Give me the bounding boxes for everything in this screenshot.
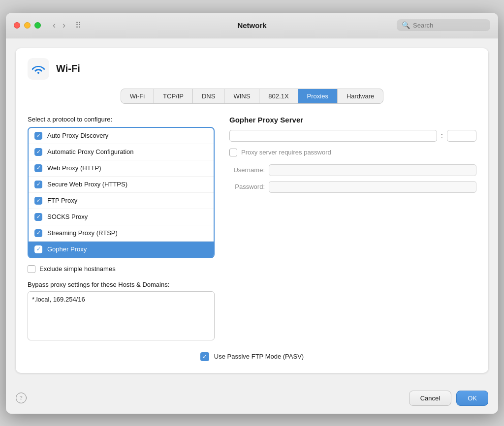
checkbox-rtsp[interactable]: ✓ [34, 229, 42, 237]
checkmark-icon: ✓ [36, 230, 41, 236]
checkbox-socks[interactable]: ✓ [34, 213, 42, 221]
protocol-item-https[interactable]: ✓ Secure Web Proxy (HTTPS) [29, 177, 214, 193]
password-field-input[interactable] [269, 181, 476, 193]
tab-wifi[interactable]: Wi-Fi [121, 89, 154, 103]
checkbox-ftp[interactable]: ✓ [34, 197, 42, 205]
section-label: Select a protocol to configure: [28, 116, 215, 123]
checkmark-icon: ✓ [36, 133, 41, 138]
tab-proxies[interactable]: Proxies [298, 89, 338, 103]
protocol-label: SOCKS Proxy [47, 213, 88, 220]
checkbox-auto-proxy[interactable]: ✓ [34, 132, 42, 140]
traffic-lights [14, 22, 41, 29]
tab-tcpip[interactable]: TCP/IP [154, 89, 193, 103]
checkmark-icon: ✓ [36, 149, 41, 154]
protocol-item-gopher[interactable]: ✓ Gopher Proxy [29, 242, 214, 257]
protocol-label: Web Proxy (HTTP) [47, 164, 101, 172]
gopher-proxy-title: Gopher Proxy Server [229, 116, 476, 124]
exclude-checkbox[interactable] [28, 265, 35, 273]
search-icon: 🔍 [402, 21, 410, 29]
ok-button[interactable]: OK [456, 391, 488, 406]
exclude-row: Exclude simple hostnames [28, 265, 215, 273]
protocol-item-ftp[interactable]: ✓ FTP Proxy [29, 193, 214, 209]
checkbox-https[interactable]: ✓ [34, 181, 42, 188]
footer: ? Cancel OK [6, 383, 498, 414]
cancel-button[interactable]: Cancel [409, 391, 451, 406]
username-row: Username: [229, 164, 476, 176]
minimize-button[interactable] [24, 22, 31, 29]
checkbox-http[interactable]: ✓ [34, 164, 42, 172]
content-area: Wi-Fi Wi-Fi TCP/IP DNS WINS 802.1X Proxi… [6, 38, 498, 383]
password-field-label: Password: [229, 183, 265, 190]
left-panel: Select a protocol to configure: ✓ Auto P… [28, 116, 215, 342]
protocol-item-rtsp[interactable]: ✓ Streaming Proxy (RTSP) [29, 225, 214, 242]
checkmark-icon: ✓ [36, 165, 41, 171]
checkmark-icon: ✓ [36, 198, 41, 203]
bypass-textarea[interactable] [28, 291, 215, 340]
wifi-icon [28, 58, 49, 80]
panel-header: Wi-Fi [28, 58, 476, 80]
username-label: Username: [229, 166, 265, 174]
protocol-item-auto-config[interactable]: ✓ Automatic Proxy Configuration [29, 144, 214, 160]
search-box: 🔍 [397, 19, 490, 31]
protocol-label: Automatic Proxy Configuration [47, 148, 134, 155]
protocol-item-socks[interactable]: ✓ SOCKS Proxy [29, 209, 214, 225]
port-input[interactable] [447, 130, 476, 142]
protocol-label: Streaming Proxy (RTSP) [47, 229, 118, 237]
checkmark-icon: ✓ [36, 246, 41, 252]
exclude-label: Exclude simple hostnames [39, 265, 116, 273]
search-input[interactable] [413, 22, 482, 29]
tab-8021x[interactable]: 802.1X [259, 89, 298, 103]
pasv-label: Use Passive FTP Mode (PASV) [214, 353, 304, 360]
protocol-item-http[interactable]: ✓ Web Proxy (HTTP) [29, 160, 214, 177]
colon-separator: : [441, 131, 443, 140]
maximize-button[interactable] [34, 22, 41, 29]
username-input[interactable] [269, 164, 476, 176]
protocol-label: Secure Web Proxy (HTTPS) [47, 181, 127, 188]
protocol-label: Auto Proxy Discovery [47, 132, 108, 139]
protocol-item-auto-proxy[interactable]: ✓ Auto Proxy Discovery [29, 128, 214, 144]
password-label: Proxy server requires password [241, 149, 331, 156]
password-checkbox[interactable] [229, 149, 237, 156]
window-title: Network [237, 21, 266, 30]
bypass-section: Bypass proxy settings for these Hosts & … [28, 281, 215, 342]
tab-dns[interactable]: DNS [193, 89, 224, 103]
checkbox-auto-config[interactable]: ✓ [34, 148, 42, 156]
pasv-checkbox[interactable]: ✓ [200, 352, 209, 361]
tabs-bar: Wi-Fi TCP/IP DNS WINS 802.1X Proxies Har… [121, 89, 384, 104]
server-input[interactable] [229, 130, 437, 142]
panel-title: Wi-Fi [56, 63, 80, 74]
settings-panel: Wi-Fi Wi-Fi TCP/IP DNS WINS 802.1X Proxi… [16, 48, 488, 373]
protocol-list: ✓ Auto Proxy Discovery ✓ Automatic Proxy… [28, 127, 215, 258]
back-button[interactable]: ‹ [51, 19, 58, 31]
checkmark-icon: ✓ [36, 182, 41, 187]
server-row: : [229, 130, 476, 142]
tab-hardware[interactable]: Hardware [338, 89, 383, 103]
password-field-row: Password: [229, 181, 476, 193]
pasv-row: ✓ Use Passive FTP Mode (PASV) [28, 352, 476, 361]
forward-button[interactable]: › [61, 19, 67, 31]
checkbox-gopher[interactable]: ✓ [34, 245, 42, 253]
main-content: Select a protocol to configure: ✓ Auto P… [28, 116, 476, 342]
right-panel: Gopher Proxy Server : Proxy server requi… [229, 116, 476, 198]
close-button[interactable] [14, 22, 20, 29]
grid-icon[interactable]: ⠿ [75, 21, 81, 30]
bypass-label: Bypass proxy settings for these Hosts & … [28, 281, 215, 288]
checkmark-icon: ✓ [36, 214, 41, 219]
tab-wins[interactable]: WINS [224, 89, 259, 103]
protocol-label: Gopher Proxy [47, 245, 87, 253]
nav-buttons: ‹ › [51, 19, 67, 31]
help-button[interactable]: ? [16, 393, 27, 403]
titlebar: ‹ › ⠿ Network 🔍 [6, 13, 498, 38]
password-row: Proxy server requires password [229, 149, 476, 156]
main-window: ‹ › ⠿ Network 🔍 Wi-Fi [6, 13, 498, 414]
protocol-label: FTP Proxy [47, 197, 77, 204]
